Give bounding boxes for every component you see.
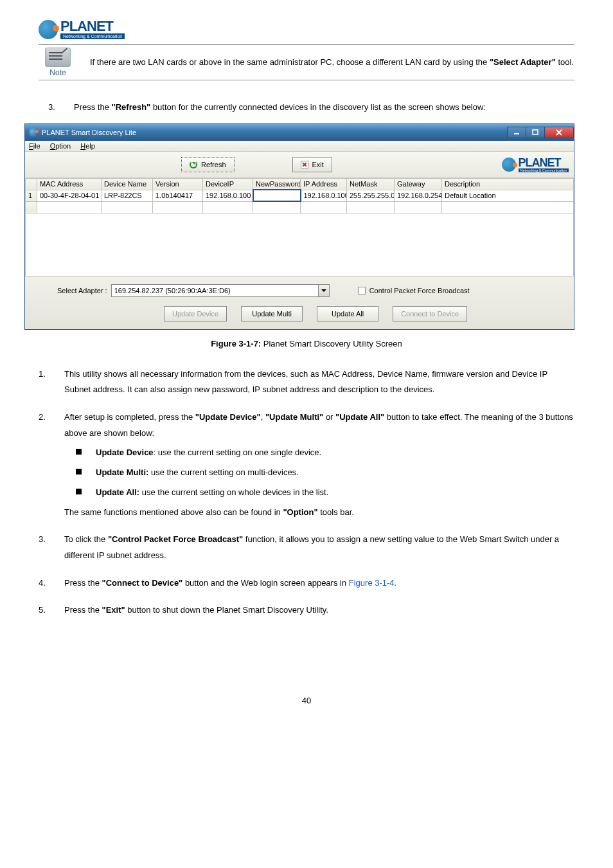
toolbar: Refresh Exit PLANET Networking & Communi… — [25, 152, 574, 178]
bottom-panel: Select Adapter : Control Packet Force Br… — [25, 276, 574, 329]
app-window: PLANET Smart Discovery Lite File Option … — [24, 123, 574, 330]
brand-name: PLANET — [60, 19, 125, 33]
cell-device-ip[interactable]: 192.168.0.100 — [203, 190, 253, 201]
row-num: 1 — [26, 190, 37, 201]
table-row-empty[interactable] — [26, 201, 574, 213]
minimize-icon — [513, 129, 520, 136]
note-icon — [45, 48, 71, 67]
exit-icon — [301, 161, 308, 168]
page-number: 40 — [39, 696, 574, 705]
close-icon — [555, 129, 563, 136]
menu-help[interactable]: Help — [80, 142, 95, 150]
app-icon — [29, 128, 38, 137]
cell-description[interactable]: Default Location — [442, 190, 574, 201]
menu-option[interactable]: Option — [50, 142, 71, 150]
minimize-button[interactable] — [507, 127, 526, 138]
col-gateway[interactable]: Gateway — [395, 178, 442, 190]
adapter-input[interactable] — [111, 284, 318, 297]
brand-logo: PLANET Networking & Communication — [39, 19, 574, 39]
figure-caption: Figure 3-1-7: Planet Smart Discovery Uti… — [39, 339, 574, 348]
planet-globe-icon — [39, 20, 58, 39]
col-version[interactable]: Version — [153, 178, 203, 190]
cpfb-label: Control Packet Force Broadcast — [369, 287, 470, 294]
update-device-button[interactable]: Update Device — [164, 306, 227, 321]
toolbar-logo: PLANET Networking & Communication — [502, 157, 569, 172]
planet-globe-icon — [502, 158, 516, 172]
menu-file[interactable]: File — [29, 142, 40, 150]
cell-ip[interactable]: 192.168.0.100 — [301, 190, 347, 201]
bullet-icon — [76, 449, 82, 455]
col-ip-address[interactable]: IP Address — [301, 178, 347, 190]
col-new-password[interactable]: NewPassword — [253, 178, 301, 190]
col-netmask[interactable]: NetMask — [347, 178, 395, 190]
list-item-1: This utility shows all necessary informa… — [64, 366, 574, 398]
step-3-instruction: 3. Press the "Refresh" button for the cu… — [39, 100, 574, 116]
update-multi-button[interactable]: Update Multi — [241, 306, 303, 321]
list-item-5: Press the "Exit" button to shut down the… — [64, 602, 574, 619]
refresh-label: Refresh — [201, 161, 226, 168]
cell-new-password[interactable] — [253, 190, 301, 201]
note-label: Note — [39, 68, 77, 77]
select-adapter-combo[interactable] — [111, 284, 330, 297]
update-all-button[interactable]: Update All — [317, 306, 378, 321]
grid-empty-area — [25, 213, 574, 276]
svg-rect-0 — [514, 133, 519, 134]
list-item-2: After setup is completed, press the "Upd… — [64, 410, 574, 520]
cell-device-name[interactable]: LRP-822CS — [102, 190, 153, 201]
col-device-name[interactable]: Device Name — [102, 178, 153, 190]
row-num-header — [26, 178, 37, 190]
combo-dropdown-button[interactable] — [318, 284, 330, 297]
refresh-icon — [190, 161, 197, 168]
note-text: If there are two LAN cards or above in t… — [77, 51, 574, 75]
device-grid: MAC Address Device Name Version DeviceIP… — [25, 178, 574, 276]
cell-version[interactable]: 1.0b140417 — [153, 190, 203, 201]
chevron-down-icon — [321, 289, 326, 292]
list-item-4: Press the "Connect to Device" button and… — [64, 575, 574, 592]
note-block: Note If there are two LAN cards or above… — [39, 44, 574, 80]
refresh-button[interactable]: Refresh — [181, 157, 235, 172]
close-button[interactable] — [544, 127, 574, 138]
table-row[interactable]: 1 00-30-4F-28-04-01 LRP-822CS 1.0b140417… — [26, 190, 574, 201]
menu-bar: File Option Help — [25, 141, 574, 152]
exit-button[interactable]: Exit — [292, 157, 332, 172]
figure-link[interactable]: Figure 3-1-4. — [349, 578, 396, 588]
cell-netmask[interactable]: 255.255.255.0 — [347, 190, 395, 201]
select-adapter-label: Select Adapter : — [57, 287, 107, 294]
connect-to-device-button[interactable]: Connect to Device — [393, 306, 467, 321]
bullet-icon — [76, 469, 82, 475]
maximize-button[interactable] — [526, 127, 545, 138]
exit-label: Exit — [312, 161, 324, 168]
brand-subtitle: Networking & Communication — [60, 33, 125, 39]
title-bar: PLANET Smart Discovery Lite — [25, 124, 574, 141]
cell-mac[interactable]: 00-30-4F-28-04-01 — [37, 190, 102, 201]
cell-gateway[interactable]: 192.168.0.254 — [395, 190, 442, 201]
cpfb-checkbox[interactable] — [358, 287, 366, 294]
window-title: PLANET Smart Discovery Lite — [42, 129, 508, 136]
col-mac[interactable]: MAC Address — [37, 178, 102, 190]
col-device-ip[interactable]: DeviceIP — [203, 178, 253, 190]
svg-rect-1 — [533, 130, 538, 134]
col-description[interactable]: Description — [442, 178, 574, 190]
maximize-icon — [532, 129, 538, 136]
list-item-3: To click the "Control Packet Force Broad… — [64, 532, 574, 563]
bullet-icon — [76, 489, 82, 494]
instruction-list: 1. This utility shows all necessary info… — [39, 366, 574, 619]
